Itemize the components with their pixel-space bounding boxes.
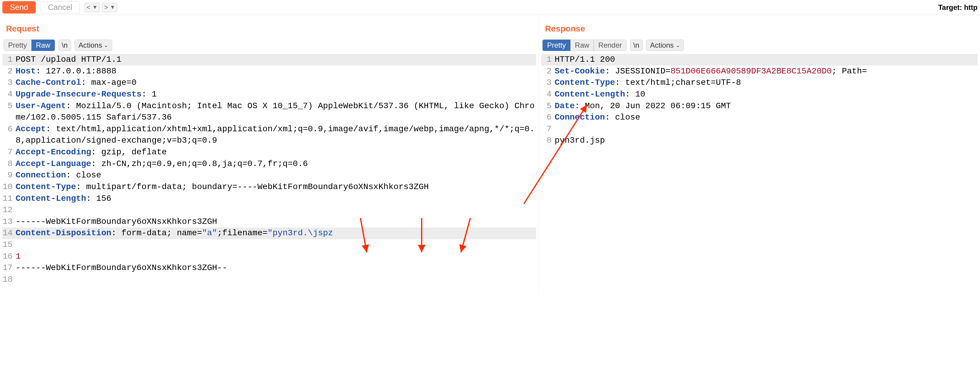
response-line-1: HTTP/1.1 200 xyxy=(554,54,978,66)
response-view-toolbar: Pretty Raw Render \n Actions ⌄ xyxy=(541,40,978,53)
actions-label: Actions xyxy=(79,41,102,49)
chevron-down-icon: ⌄ xyxy=(676,42,680,49)
request-title: Request xyxy=(2,20,536,40)
request-line-2: Host: 127.0.0.1:8888 xyxy=(16,66,536,77)
response-line-2: Set-Cookie: JSESSIONID=851D06E666A90589D… xyxy=(554,66,978,77)
response-line-3: Content-Type: text/html;charset=UTF-8 xyxy=(554,77,978,89)
request-line-4: Upgrade-Insecure-Requests: 1 xyxy=(16,89,536,100)
target-label: Target: http xyxy=(938,3,978,12)
request-line-10: Content-Type: multipart/form-data; bound… xyxy=(16,181,536,193)
tab-pretty[interactable]: Pretty xyxy=(3,40,32,51)
request-line-9: Connection: close xyxy=(16,170,536,181)
request-line-14: Content-Disposition: form-data; name="a"… xyxy=(16,227,536,239)
response-line-4: Content-Length: 10 xyxy=(554,89,978,100)
newline-toggle[interactable]: \n xyxy=(630,40,643,51)
response-line-5: Date: Mon, 20 Jun 2022 06:09:15 GMT xyxy=(554,100,978,112)
request-view-toolbar: Pretty Raw \n Actions ⌄ xyxy=(2,40,536,53)
actions-dropdown[interactable]: Actions ⌄ xyxy=(646,40,684,51)
request-line-1: POST /upload HTTP/1.1 xyxy=(16,54,536,66)
request-line-7: Accept-Encoding: gzip, deflate xyxy=(16,147,536,158)
response-line-8: pyn3rd.jsp xyxy=(554,135,978,147)
history-back-button[interactable]: < ▼ xyxy=(84,3,100,12)
response-panel: Response Pretty Raw Render \n Actions ⌄ … xyxy=(539,15,980,292)
cancel-button[interactable]: Cancel xyxy=(40,1,80,13)
chevron-down-icon: ▼ xyxy=(92,4,98,11)
chevron-down-icon: ⌄ xyxy=(104,42,108,49)
response-view-tabs: Pretty Raw Render xyxy=(542,40,626,51)
top-toolbar: Send Cancel < ▼ > ▼ Target: http xyxy=(0,0,980,15)
response-title: Response xyxy=(541,20,978,40)
request-line-13: ------WebKitFormBoundary6oXNsxKhkors3ZGH xyxy=(16,216,536,228)
actions-label: Actions xyxy=(650,41,674,49)
request-line-17: ------WebKitFormBoundary6oXNsxKhkors3ZGH… xyxy=(16,262,536,274)
tab-render[interactable]: Render xyxy=(594,40,627,51)
request-line-5: User-Agent: Mozilla/5.0 (Macintosh; Inte… xyxy=(16,100,536,124)
tab-raw[interactable]: Raw xyxy=(570,40,594,51)
history-nav: < ▼ > ▼ xyxy=(84,3,118,12)
response-line-6: Connection: close xyxy=(554,112,978,124)
request-line-3: Cache-Control: max-age=0 xyxy=(16,77,536,89)
request-body[interactable]: 1POST /upload HTTP/1.1 2Host: 127.0.0.1:… xyxy=(2,53,536,287)
request-line-8: Accept-Language: zh-CN,zh;q=0.9,en;q=0.8… xyxy=(16,158,536,170)
tab-pretty[interactable]: Pretty xyxy=(542,40,570,51)
request-view-tabs: Pretty Raw xyxy=(3,40,55,51)
response-body[interactable]: 1HTTP/1.1 200 2Set-Cookie: JSESSIONID=85… xyxy=(541,53,978,148)
request-line-6: Accept: text/html,application/xhtml+xml,… xyxy=(16,124,536,147)
main-split: Request Pretty Raw \n Actions ⌄ 1POST /u… xyxy=(0,15,980,292)
request-line-11: Content-Length: 156 xyxy=(16,193,536,205)
request-panel: Request Pretty Raw \n Actions ⌄ 1POST /u… xyxy=(0,15,539,292)
actions-dropdown[interactable]: Actions ⌄ xyxy=(75,40,113,51)
request-line-16: 1 xyxy=(16,251,536,263)
chevron-down-icon: ▼ xyxy=(110,4,115,11)
newline-toggle[interactable]: \n xyxy=(59,40,71,51)
send-button[interactable]: Send xyxy=(2,1,36,13)
history-forward-button[interactable]: > ▼ xyxy=(102,3,117,12)
tab-raw[interactable]: Raw xyxy=(32,40,55,51)
